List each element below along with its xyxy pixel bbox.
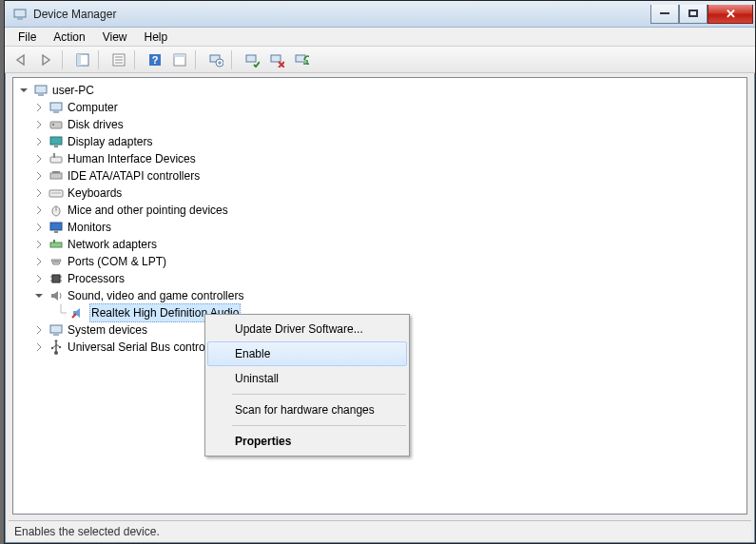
ide-icon xyxy=(48,168,64,184)
properties-button[interactable] xyxy=(107,49,130,71)
toolbar-separator xyxy=(62,50,68,69)
toolbar-separator xyxy=(195,50,201,69)
menu-help[interactable]: Help xyxy=(137,29,176,46)
menu-action[interactable]: Action xyxy=(46,29,92,46)
context-separator xyxy=(232,394,406,395)
svg-rect-23 xyxy=(50,137,62,145)
svg-rect-11 xyxy=(174,54,185,57)
svg-rect-28 xyxy=(52,171,60,173)
svg-rect-1 xyxy=(17,18,23,20)
tree-item-ide[interactable]: IDE ATA/ATAPI controllers xyxy=(19,167,741,185)
expand-icon[interactable] xyxy=(34,171,45,182)
menu-view[interactable]: View xyxy=(95,29,135,46)
tree-item-mice[interactable]: Mice and other pointing devices xyxy=(19,202,741,219)
expand-icon[interactable] xyxy=(34,240,45,250)
tree-item-display-adapters[interactable]: Display adapters xyxy=(19,133,741,150)
tree-item-hid[interactable]: Human Interface Devices xyxy=(19,150,741,167)
expand-icon[interactable] xyxy=(34,137,45,147)
expand-icon[interactable] xyxy=(34,205,45,216)
back-button[interactable] xyxy=(10,49,33,71)
tree-root-row[interactable]: user-PC xyxy=(19,82,741,99)
svg-rect-24 xyxy=(54,146,58,147)
svg-rect-52 xyxy=(59,346,61,348)
svg-rect-14 xyxy=(246,55,256,62)
context-enable[interactable]: Enable xyxy=(207,341,407,366)
expand-icon[interactable] xyxy=(34,325,45,336)
update-driver-button[interactable] xyxy=(204,49,227,71)
forward-button[interactable] xyxy=(35,49,58,71)
status-text: Enables the selected device. xyxy=(14,525,160,538)
keyboard-icon xyxy=(48,185,64,201)
svg-point-37 xyxy=(53,261,54,262)
expand-icon[interactable] xyxy=(34,274,45,284)
svg-rect-27 xyxy=(50,173,62,179)
window-controls: ✕ xyxy=(650,5,755,24)
view-button[interactable] xyxy=(168,49,191,71)
sound-icon xyxy=(48,288,64,303)
tree-item-ports[interactable]: Ports (COM & LPT) xyxy=(19,253,741,270)
titlebar[interactable]: Device Manager ✕ xyxy=(5,1,755,28)
tree-item-disk-drives[interactable]: Disk drives xyxy=(19,116,741,133)
svg-rect-25 xyxy=(50,157,62,163)
expand-icon[interactable] xyxy=(34,342,45,353)
svg-rect-36 xyxy=(53,240,55,243)
tree-item-keyboards[interactable]: Keyboards xyxy=(19,185,741,202)
context-scan-hardware[interactable]: Scan for hardware changes xyxy=(207,398,407,422)
computer-icon xyxy=(33,83,48,98)
computer-category-icon xyxy=(48,100,64,115)
svg-rect-47 xyxy=(50,325,62,333)
svg-point-51 xyxy=(51,347,53,349)
app-icon xyxy=(12,7,28,22)
svg-rect-34 xyxy=(54,231,58,233)
toolbar-separator xyxy=(231,50,237,69)
collapse-icon[interactable] xyxy=(19,86,29,96)
disk-icon xyxy=(48,117,64,132)
uninstall-button[interactable] xyxy=(265,49,288,71)
show-hide-tree-button[interactable] xyxy=(71,49,94,71)
svg-point-38 xyxy=(55,261,56,262)
maximize-button[interactable] xyxy=(679,5,708,24)
svg-point-22 xyxy=(52,124,54,126)
expand-icon[interactable] xyxy=(34,120,45,130)
menubar: File Action View Help xyxy=(5,28,755,47)
ports-icon xyxy=(48,254,64,269)
device-manager-window: Device Manager ✕ File Action View Help ? xyxy=(4,0,756,544)
system-icon xyxy=(48,322,64,338)
expand-icon[interactable] xyxy=(34,154,45,165)
scan-hardware-button[interactable] xyxy=(290,49,313,71)
tree-item-monitors[interactable]: Monitors xyxy=(19,219,741,236)
svg-rect-16 xyxy=(296,55,305,62)
context-update-driver[interactable]: Update Driver Software... xyxy=(207,317,407,341)
audio-device-icon xyxy=(70,305,86,321)
svg-rect-20 xyxy=(53,111,59,113)
toolbar-separator xyxy=(134,50,140,69)
toolbar: ? xyxy=(5,47,755,73)
expand-icon[interactable] xyxy=(34,103,45,113)
svg-rect-40 xyxy=(52,275,60,282)
expand-icon[interactable] xyxy=(34,257,45,267)
context-properties[interactable]: Properties xyxy=(207,429,407,454)
svg-rect-33 xyxy=(50,223,62,230)
expand-icon[interactable] xyxy=(34,223,45,233)
minimize-button[interactable] xyxy=(650,5,679,24)
svg-rect-35 xyxy=(50,243,62,247)
window-title: Device Manager xyxy=(33,8,116,21)
menu-file[interactable]: File xyxy=(10,29,44,46)
context-menu: Update Driver Software... Enable Uninsta… xyxy=(204,314,410,457)
tree-item-processors[interactable]: Processors xyxy=(19,270,741,287)
network-icon xyxy=(48,237,64,252)
collapse-icon[interactable] xyxy=(34,291,45,301)
tree-item-network[interactable]: Network adapters xyxy=(19,236,741,253)
close-button[interactable]: ✕ xyxy=(708,5,753,24)
tree-item-sound[interactable]: Sound, video and game controllers xyxy=(19,287,741,304)
enable-button[interactable] xyxy=(241,49,263,71)
context-uninstall[interactable]: Uninstall xyxy=(207,366,407,391)
tree-item-computer[interactable]: Computer xyxy=(19,99,741,116)
help-button[interactable]: ? xyxy=(144,49,166,71)
display-icon xyxy=(48,134,64,149)
svg-rect-18 xyxy=(38,94,44,96)
svg-rect-3 xyxy=(77,54,81,66)
svg-rect-48 xyxy=(53,334,59,336)
tree-line xyxy=(55,304,67,321)
expand-icon[interactable] xyxy=(34,188,45,199)
